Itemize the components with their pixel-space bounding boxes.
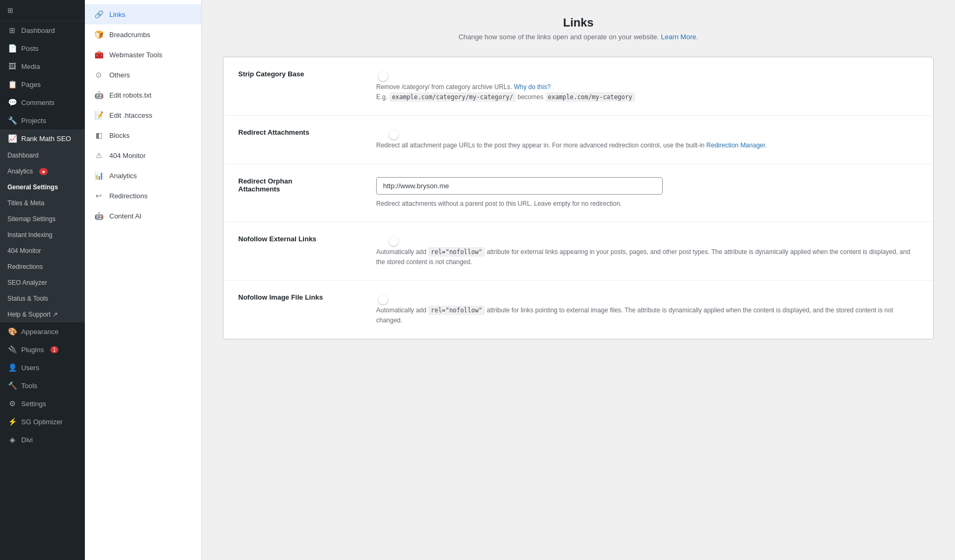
sidebar-label: Tools [21, 382, 37, 390]
setting-description-nofollow-image-file-links: Automatically add rel="nofollow" attribu… [376, 305, 918, 326]
plugins-badge: 1 [50, 346, 59, 353]
setting-label-redirect-orphan-attachments: Redirect OrphanAttachments [238, 177, 355, 193]
submenu-label: Instant Indexing [7, 231, 53, 239]
second-sidebar-label: 404 Monitor [109, 152, 146, 160]
second-sidebar-item-content-ai[interactable]: 🤖 Content AI [85, 206, 201, 226]
submenu-item-help-support[interactable]: Help & Support ↗ [0, 307, 85, 322]
wp-logo-icon: ⊞ [7, 6, 13, 14]
sidebar-label: Settings [21, 400, 46, 408]
second-sidebar-label: Others [109, 71, 130, 79]
content-ai-icon: 🤖 [93, 211, 104, 221]
submenu-item-status-tools[interactable]: Status & Tools [0, 291, 85, 307]
webmaster-tools-icon: 🧰 [93, 49, 104, 60]
second-sidebar-item-links[interactable]: 🔗 Links [85, 4, 201, 24]
sidebar-item-appearance[interactable]: 🎨 Appearance [0, 322, 85, 340]
submenu-item-titles-meta[interactable]: Titles & Meta [0, 195, 85, 211]
submenu-item-dashboard[interactable]: Dashboard [0, 147, 85, 163]
blocks-icon: ◧ [93, 130, 104, 141]
second-sidebar-label: Blocks [109, 132, 129, 139]
submenu-item-seo-analyzer[interactable]: SEO Analyzer [0, 275, 85, 291]
posts-icon: 📄 [7, 43, 17, 53]
setting-label-redirect-attachments: Redirect Attachments [238, 128, 355, 136]
sidebar-item-dashboard[interactable]: ⊞ Dashboard [0, 21, 85, 39]
sidebar-label: Comments [21, 99, 55, 107]
rank-math-icon: 📈 [7, 134, 17, 143]
setting-control-nofollow-external-links: Automatically add rel="nofollow" attribu… [376, 235, 918, 267]
sidebar-item-pages[interactable]: 📋 Pages [0, 75, 85, 93]
404-monitor-icon: ⚠ [93, 150, 104, 161]
setting-label-nofollow-external-links: Nofollow External Links [238, 235, 355, 243]
sidebar-label: SG Optimizer [21, 418, 63, 426]
second-sidebar-item-404-monitor[interactable]: ⚠ 404 Monitor [85, 145, 201, 165]
setting-description-redirect-attachments: Redirect all attachment page URLs to the… [376, 141, 918, 151]
setting-row-redirect-attachments: Redirect Attachments Redirect all attach… [223, 116, 933, 164]
sg-optimizer-icon: ⚡ [7, 417, 17, 426]
sidebar-item-tools[interactable]: 🔨 Tools [0, 377, 85, 395]
second-sidebar-item-analytics[interactable]: 📊 Analytics [85, 165, 201, 186]
sidebar-item-projects[interactable]: 🔧 Projects [0, 111, 85, 129]
sidebar-item-sg-optimizer[interactable]: ⚡ SG Optimizer [0, 413, 85, 431]
others-icon: ⊙ [93, 69, 104, 80]
submenu-item-redirections[interactable]: Redirections [0, 259, 85, 275]
links-icon: 🔗 [93, 9, 104, 20]
sidebar-label: Pages [21, 81, 41, 89]
second-sidebar-item-webmaster-tools[interactable]: 🧰 Webmaster Tools [85, 45, 201, 65]
sidebar-item-rank-math-seo[interactable]: 📈 Rank Math SEO [0, 129, 85, 147]
second-sidebar-item-edit-htaccess[interactable]: 📝 Edit .htaccess [85, 105, 201, 125]
second-sidebar-item-redirections[interactable]: ↩ Redirections [85, 186, 201, 206]
settings-card: Strip Category Base Remove /category/ fr… [223, 57, 934, 339]
comments-icon: 💬 [7, 98, 17, 107]
pages-icon: 📋 [7, 80, 17, 89]
setting-description-nofollow-external-links: Automatically add rel="nofollow" attribu… [376, 247, 918, 267]
setting-description-strip-category-base: Remove /category/ from category archive … [376, 82, 918, 102]
setting-control-redirect-orphan-attachments: Redirect attachments without a parent po… [376, 177, 918, 209]
sidebar-item-posts[interactable]: 📄 Posts [0, 39, 85, 57]
second-sidebar-item-others[interactable]: ⊙ Others [85, 65, 201, 85]
learn-more-link[interactable]: Learn More [661, 33, 696, 41]
sidebar-label: Appearance [21, 328, 58, 336]
second-sidebar-item-breadcrumbs[interactable]: 🍞 Breadcrumbs [85, 24, 201, 45]
site-logo: ⊞ [0, 0, 85, 21]
submenu-label: General Settings [7, 183, 58, 191]
second-sidebar-label: Webmaster Tools [109, 51, 162, 59]
second-sidebar-label: Analytics [109, 172, 137, 180]
sidebar-item-settings[interactable]: ⚙ Settings [0, 395, 85, 413]
page-subtitle: Change how some of the links open and op… [223, 33, 934, 41]
divi-icon: ◈ [7, 435, 17, 444]
users-icon: 👤 [7, 363, 17, 372]
submenu-item-general-settings[interactable]: General Settings [0, 179, 85, 195]
submenu-label: Redirections [7, 263, 43, 270]
analytics-badge: ● [39, 168, 48, 175]
second-sidebar-label: Links [109, 11, 125, 19]
second-sidebar-item-blocks[interactable]: ◧ Blocks [85, 125, 201, 145]
sidebar-item-comments[interactable]: 💬 Comments [0, 93, 85, 111]
why-do-this-link[interactable]: Why do this? [514, 83, 550, 91]
submenu-label: SEO Analyzer [7, 279, 47, 286]
setting-row-strip-category-base: Strip Category Base Remove /category/ fr… [223, 57, 933, 116]
submenu-item-analytics[interactable]: Analytics ● [0, 163, 85, 179]
main-sidebar: ⊞ ⊞ Dashboard 📄 Posts 🖼 Media 📋 Pages 💬 … [0, 0, 85, 560]
second-sidebar-item-edit-robots[interactable]: 🤖 Edit robots.txt [85, 85, 201, 105]
sidebar-item-divi[interactable]: ◈ Divi [0, 431, 85, 449]
setting-control-nofollow-image-file-links: Automatically add rel="nofollow" attribu… [376, 293, 918, 326]
submenu-item-404-monitor[interactable]: 404 Monitor [0, 243, 85, 259]
sidebar-label: Media [21, 63, 40, 71]
edit-htaccess-icon: 📝 [93, 110, 104, 120]
setting-control-strip-category-base: Remove /category/ from category archive … [376, 70, 918, 102]
second-sidebar-label: Edit robots.txt [109, 91, 151, 99]
sidebar-label: Rank Math SEO [21, 135, 71, 143]
submenu-label: Status & Tools [7, 295, 48, 302]
sidebar-item-users[interactable]: 👤 Users [0, 358, 85, 377]
settings-icon: ⚙ [7, 399, 17, 408]
sidebar-label: Projects [21, 117, 46, 125]
plugins-icon: 🔌 [7, 345, 17, 354]
submenu-label: Help & Support ↗ [7, 311, 58, 318]
sidebar-item-plugins[interactable]: 🔌 Plugins 1 [0, 340, 85, 358]
dashboard-icon: ⊞ [7, 25, 17, 35]
second-sidebar-label: Redirections [109, 192, 147, 200]
submenu-item-sitemap-settings[interactable]: Sitemap Settings [0, 211, 85, 227]
submenu-item-instant-indexing[interactable]: Instant Indexing [0, 227, 85, 243]
sidebar-item-media[interactable]: 🖼 Media [0, 57, 85, 75]
redirect-orphan-attachments-input[interactable] [376, 177, 663, 195]
redirection-manager-link[interactable]: Redirection Manager [706, 142, 765, 149]
